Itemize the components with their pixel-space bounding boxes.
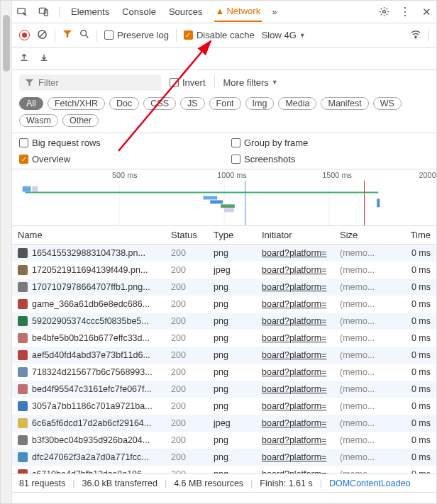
svg-rect-14 bbox=[23, 186, 31, 192]
cell-initiator[interactable]: board?platform= bbox=[262, 248, 340, 258]
chip-media[interactable]: Media bbox=[278, 97, 316, 110]
table-row[interactable]: be4bfe5b0b216b677effc33d...200pngboard?p… bbox=[12, 330, 436, 347]
divider bbox=[176, 29, 177, 42]
more-filters-dropdown[interactable]: More filters▼ bbox=[223, 77, 278, 88]
invert-checkbox[interactable]: Invert bbox=[170, 77, 206, 88]
inspect-icon[interactable] bbox=[16, 6, 28, 18]
cell-time: 0 ms bbox=[381, 350, 436, 360]
cell-size: (memo... bbox=[340, 248, 381, 258]
col-initiator[interactable]: Initiator bbox=[262, 230, 340, 240]
cell-initiator[interactable]: board?platform= bbox=[262, 367, 340, 377]
console-drawer-handle[interactable] bbox=[12, 492, 436, 503]
table-row[interactable]: game_366a61db6e8edc686...200pngboard?pla… bbox=[12, 296, 436, 313]
cell-initiator[interactable]: board?platform= bbox=[262, 418, 340, 428]
chip-all[interactable]: All bbox=[19, 97, 43, 110]
col-size[interactable]: Size bbox=[340, 230, 381, 240]
tab-console[interactable]: Console bbox=[121, 2, 157, 21]
table-row[interactable]: 1707107978664707ffb1.png...200pngboard?p… bbox=[12, 279, 436, 296]
chip-wasm[interactable]: Wasm bbox=[19, 114, 58, 127]
table-row[interactable]: 3057a7bb1186c701a9721ba...200pngboard?pl… bbox=[12, 398, 436, 415]
cell-size: (memo... bbox=[340, 452, 381, 462]
kebab-icon[interactable]: ⋮ bbox=[399, 6, 411, 18]
cell-status: 200 bbox=[171, 384, 214, 394]
chip-img[interactable]: Img bbox=[245, 97, 275, 110]
summary-finish: Finish: 1.61 s bbox=[260, 478, 312, 488]
table-row[interactable]: aef5d40fd4abd37e73bf11d6...200pngboard?p… bbox=[12, 347, 436, 364]
cell-initiator[interactable]: board?platform= bbox=[262, 282, 340, 292]
chip-manifest[interactable]: Manifest bbox=[321, 97, 368, 110]
cell-status: 200 bbox=[171, 282, 214, 292]
cell-status: 200 bbox=[171, 350, 214, 360]
cell-initiator[interactable]: board?platform= bbox=[262, 401, 340, 411]
more-tabs-icon[interactable]: » bbox=[272, 6, 277, 17]
scrollbar-thumb[interactable] bbox=[3, 15, 10, 72]
table-row[interactable]: 6c6a5f6dcd17d2ab6cf29164...200jpegboard?… bbox=[12, 415, 436, 432]
col-name[interactable]: Name bbox=[12, 230, 171, 240]
cell-initiator[interactable]: board?platform= bbox=[262, 316, 340, 326]
disable-cache-checkbox[interactable]: Disable cache bbox=[184, 30, 255, 40]
clear-icon[interactable] bbox=[37, 29, 48, 42]
close-icon[interactable]: ✕ bbox=[421, 6, 432, 18]
table-row[interactable]: c6710ba4d7bfb13dca8a186...200pngboard?pl… bbox=[12, 466, 436, 474]
cell-size: (memo... bbox=[340, 401, 381, 411]
svg-rect-20 bbox=[224, 208, 234, 212]
cell-initiator[interactable]: board?platform= bbox=[262, 384, 340, 394]
divider bbox=[428, 29, 429, 42]
download-icon[interactable] bbox=[39, 52, 49, 65]
filter-icon[interactable] bbox=[62, 29, 72, 41]
filter-input[interactable]: Filter bbox=[19, 74, 161, 91]
panel-scrollbar[interactable] bbox=[1, 1, 12, 503]
tab-elements[interactable]: Elements bbox=[70, 2, 111, 21]
gear-icon[interactable] bbox=[378, 6, 389, 18]
cell-status: 200 bbox=[171, 333, 214, 343]
cell-initiator[interactable]: board?platform= bbox=[262, 435, 340, 445]
col-time[interactable]: Time bbox=[381, 230, 436, 240]
chip-other[interactable]: Other bbox=[62, 114, 99, 127]
cell-initiator[interactable]: board?platform= bbox=[262, 265, 340, 275]
display-options: Big request rows Group by frame Overview… bbox=[12, 133, 436, 169]
cell-initiator[interactable]: board?platform= bbox=[262, 333, 340, 343]
preserve-log-checkbox[interactable]: Preserve log bbox=[104, 30, 169, 40]
cell-size: (memo... bbox=[340, 435, 381, 445]
cell-size: (memo... bbox=[340, 265, 381, 275]
table-row[interactable]: 1720521911694139f449.pn...200jpegboard?p… bbox=[12, 262, 436, 279]
device-icon[interactable] bbox=[38, 6, 49, 18]
table-row[interactable]: 1654155329883104738.pn...200pngboard?pla… bbox=[12, 245, 436, 262]
record-button[interactable] bbox=[19, 30, 30, 40]
cell-type: png bbox=[214, 452, 262, 462]
chip-js[interactable]: JS bbox=[180, 97, 205, 110]
screenshots-checkbox[interactable]: Screenshots bbox=[231, 154, 429, 164]
overview-checkbox[interactable]: Overview bbox=[19, 154, 217, 164]
tab-network[interactable]: ▲Network bbox=[214, 1, 262, 22]
wifi-icon[interactable] bbox=[410, 28, 421, 42]
table-row[interactable]: dfc247062f3a2a7d0a771fcc...200pngboard?p… bbox=[12, 449, 436, 466]
summary-transferred: 36.0 kB transferred bbox=[82, 478, 157, 488]
cell-time: 0 ms bbox=[381, 452, 436, 462]
table-row[interactable]: b3f30bec04b935d926ba204...200pngboard?pl… bbox=[12, 432, 436, 449]
chip-doc[interactable]: Doc bbox=[109, 97, 139, 110]
chip-fetchxhr[interactable]: Fetch/XHR bbox=[48, 97, 105, 110]
group-frame-checkbox[interactable]: Group by frame bbox=[231, 138, 429, 148]
search-icon[interactable] bbox=[79, 29, 89, 41]
timeline-overview[interactable]: 500 ms 1000 ms 1500 ms 2000 bbox=[12, 169, 436, 226]
throttling-select[interactable]: Slow 4G▼ bbox=[262, 30, 306, 40]
cell-initiator[interactable]: board?platform= bbox=[262, 299, 340, 309]
chip-css[interactable]: CSS bbox=[143, 97, 176, 110]
cell-name: bed4f95547c3161efc7fe067f... bbox=[12, 384, 171, 394]
tab-sources[interactable]: Sources bbox=[167, 2, 204, 21]
cell-initiator[interactable]: board?platform= bbox=[262, 350, 340, 360]
upload-icon[interactable] bbox=[19, 52, 29, 65]
svg-rect-15 bbox=[32, 186, 38, 192]
table-row[interactable]: 718324d215677b6c7568993...200pngboard?pl… bbox=[12, 364, 436, 381]
chip-ws[interactable]: WS bbox=[373, 97, 402, 110]
table-row[interactable]: bed4f95547c3161efc7fe067f...200pngboard?… bbox=[12, 381, 436, 398]
chip-font[interactable]: Font bbox=[209, 97, 241, 110]
devtools-tabs: Elements Console Sources ▲Network » ⋮ ✕ bbox=[12, 1, 436, 23]
cell-initiator[interactable]: board?platform= bbox=[262, 452, 340, 462]
col-type[interactable]: Type bbox=[214, 230, 262, 240]
table-header[interactable]: Name Status Type Initiator Size Time bbox=[12, 226, 436, 245]
col-status[interactable]: Status bbox=[171, 230, 214, 240]
svg-rect-17 bbox=[203, 196, 217, 200]
table-row[interactable]: 59202905374ccc5f0835be5...200pngboard?pl… bbox=[12, 313, 436, 330]
big-rows-checkbox[interactable]: Big request rows bbox=[19, 138, 217, 148]
